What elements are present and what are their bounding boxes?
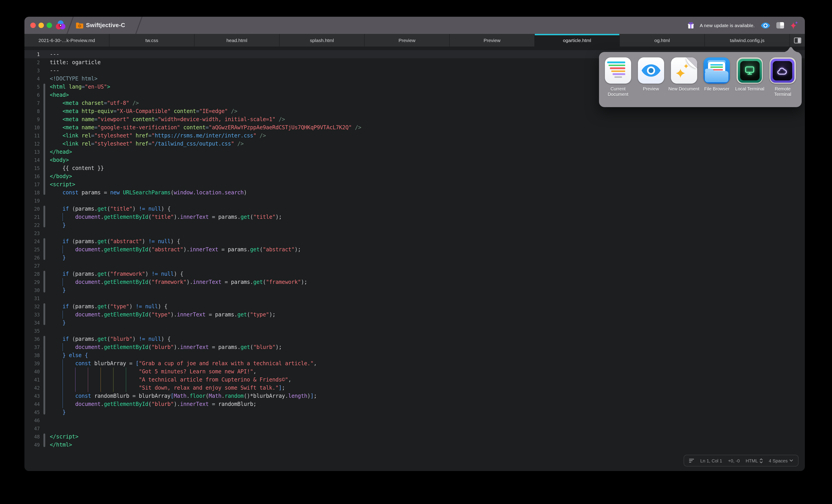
fold-indicator[interactable] [44,433,45,447]
tab[interactable]: Preview [365,34,450,47]
code-line[interactable]: 39 const blurbArray = ["Grab a cup of jo… [24,359,805,367]
cursor-position[interactable]: Ln 1, Col 1 [700,458,722,463]
code-line[interactable]: 35 [24,327,805,335]
titlebar[interactable]: Swiftjective-C A new update is available… [24,17,805,34]
split-view-icon[interactable] [776,22,784,28]
line-number: 32 [24,304,40,309]
tab[interactable]: splash.html [280,34,365,47]
code-line[interactable]: 25 document.getElementById("abstract").i… [24,246,805,254]
code-line[interactable]: 18 const params = new URLSearchParams(wi… [24,189,805,197]
ai-sparkle-icon[interactable] [790,21,799,30]
code-line[interactable]: 42 "Sit down, relax and enjoy some Swift… [24,384,805,392]
indentation-selector[interactable]: 4 Spaces [769,458,793,463]
code-area[interactable]: 1---2title: ogarticle3---4<!DOCTYPE html… [24,50,805,449]
code-line[interactable]: 49</html> [24,441,805,449]
diff-count[interactable]: +0, -0 [728,458,740,463]
code-text: } [50,409,66,415]
code-line[interactable]: 14<body> [24,156,805,164]
code-line[interactable]: 11 <link rel="stylesheet" href="https://… [24,132,805,140]
popover-item-current-document[interactable]: Current Document [602,57,634,107]
fold-indicator[interactable] [44,206,45,227]
indent-guide [62,359,63,367]
code-line[interactable]: 20 if (params.get("title") != null) { [24,205,805,213]
close-button[interactable] [30,23,36,28]
fold-indicator[interactable] [44,303,45,325]
code-line[interactable]: 24 if (params.get("abstract") != null) { [24,237,805,246]
editor-window: Swiftjective-C A new update is available… [24,17,805,471]
code-line[interactable]: 34 } [24,319,805,327]
code-line[interactable]: 12 <link rel="stylesheet" href="/tailwin… [24,140,805,148]
views-popover: Current Document Preview [599,52,802,107]
line-number: 4 [24,76,40,81]
toggle-panel-icon[interactable] [794,37,801,43]
line-number: 25 [24,247,40,252]
code-line[interactable]: 26 } [24,254,805,262]
code-line[interactable]: 38 } else { [24,351,805,359]
code-line[interactable]: 32 if (params.get("type") != null) { [24,302,805,311]
indent-guide [88,384,88,392]
code-line[interactable]: 41 "A technical article from Cupterino &… [24,375,805,384]
fold-indicator[interactable] [44,84,45,195]
tab[interactable]: head.html [194,34,280,47]
code-line[interactable]: 9 <meta name="viewport" content="width=d… [24,115,805,123]
popover-item-preview[interactable]: Preview [635,57,667,107]
tab[interactable]: ogarticle.html [535,34,620,47]
code-line[interactable]: 16</body> [24,172,805,180]
project-folder-icon [76,22,84,29]
line-number: 35 [24,328,40,334]
code-editor[interactable]: 1---2title: ogarticle3---4<!DOCTYPE html… [24,47,805,471]
tab[interactable]: tailwind.config.js [705,34,790,47]
code-line[interactable]: 19 [24,197,805,205]
minimize-button[interactable] [38,23,44,28]
chevron-down-icon [789,459,793,462]
fold-indicator[interactable] [44,271,45,292]
code-text: </html> [50,442,72,448]
popover-item-local-terminal[interactable]: Local Terminal [733,57,766,107]
tab-bar: 2021-6-30-…k-Preview.mdtw.csshead.htmlsp… [24,34,805,47]
code-text: <meta name="google-site-verification" co… [50,124,361,131]
code-line[interactable]: 27 [24,262,805,270]
popover-item-new-document[interactable]: New Document [668,57,700,107]
tab[interactable]: Preview [450,34,535,47]
code-line[interactable]: 13</head> [24,148,805,156]
code-text: const randomBlurb = blurbArray[Math.floo… [50,393,317,399]
tab[interactable]: 2021-6-30-…k-Preview.md [24,34,109,47]
code-line[interactable]: 36 if (params.get("blurb") != null) { [24,335,805,343]
code-line[interactable]: 44 document.getElementById("blurb").inne… [24,400,805,408]
popover-item-file-browser[interactable]: File Browser [701,57,733,107]
fold-indicator[interactable] [44,238,45,260]
code-line[interactable]: 23 [24,229,805,237]
wrap-lines-icon[interactable] [689,458,695,463]
code-text: <script> [50,181,75,188]
code-line[interactable]: 33 document.getElementById("type").inner… [24,311,805,319]
code-line[interactable]: 46 [24,416,805,424]
code-line[interactable]: 30 } [24,286,805,294]
code-line[interactable]: 15 {{ content }} [24,164,805,172]
update-notification[interactable]: A new update is available. [700,23,755,28]
indent-guide [62,343,63,351]
line-number: 43 [24,393,40,399]
code-line[interactable]: 48</script> [24,432,805,441]
language-selector[interactable]: HTML [746,458,763,463]
code-line[interactable]: 29 document.getElementById("framework").… [24,278,805,286]
code-line[interactable]: 22 } [24,221,805,229]
code-line[interactable]: 10 <meta name="google-site-verification"… [24,123,805,132]
fold-indicator[interactable] [44,336,45,415]
tab[interactable]: tw.css [109,34,194,47]
preview-eye-icon[interactable] [760,22,771,29]
code-text: <html lang="en-US"> [50,84,110,90]
code-line[interactable]: 21 document.getElementById("title").inne… [24,213,805,221]
popover-item-remote-terminal[interactable]: Remote Terminal [766,57,799,107]
code-line[interactable]: 40 "Got 5 minutes? Learn some new API!", [24,367,805,375]
code-line[interactable]: 8 <meta http-equiv="X-UA-Compatible" con… [24,107,805,115]
code-line[interactable]: 45 } [24,408,805,416]
line-number: 29 [24,279,40,285]
tab[interactable]: og.html [620,34,705,47]
code-line[interactable]: 37 document.getElementById("blurb").inne… [24,343,805,351]
code-line[interactable]: 28 if (params.get("framework") != null) … [24,270,805,278]
code-line[interactable]: 47 [24,424,805,432]
code-line[interactable]: 43 const randomBlurb = blurbArray[Math.f… [24,392,805,400]
code-line[interactable]: 31 [24,294,805,302]
code-line[interactable]: 17<script> [24,180,805,189]
zoom-button[interactable] [47,23,52,28]
